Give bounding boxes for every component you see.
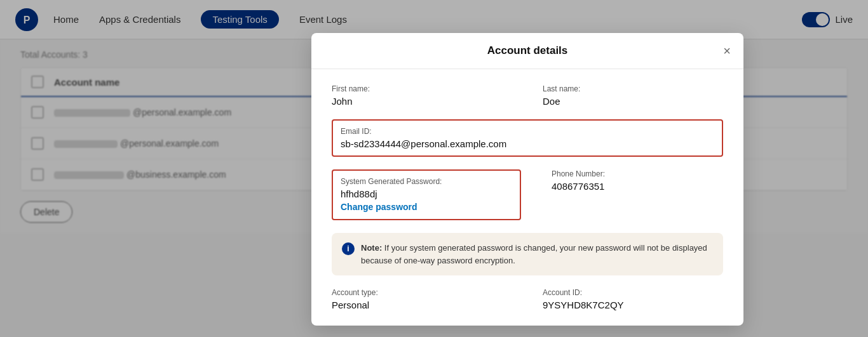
password-value: hfhd88dj [341, 188, 512, 199]
password-phone-row: System Generated Password: hfhd88dj Chan… [332, 169, 723, 220]
account-id-value: 9YSYHD8K7C2QY [543, 300, 723, 310]
password-label: System Generated Password: [341, 177, 512, 186]
last-name-value: Doe [543, 96, 723, 107]
account-id-group: Account ID: 9YSYHD8K7C2QY [543, 288, 723, 310]
note-box: i Note: If your system generated passwor… [332, 233, 723, 275]
first-name-group: First name: John [332, 84, 512, 107]
account-id-label: Account ID: [543, 288, 723, 297]
last-name-group: Last name: Doe [543, 84, 723, 107]
last-name-label: Last name: [543, 84, 723, 93]
email-id-box: Email ID: sb-sd2334444@personal.example.… [332, 119, 723, 157]
email-id-value: sb-sd2334444@personal.example.com [341, 138, 714, 149]
modal-header: Account details × [311, 33, 743, 69]
first-name-label: First name: [332, 84, 512, 93]
name-row: First name: John Last name: Doe [332, 84, 723, 107]
account-type-value: Personal [332, 300, 512, 310]
info-icon: i [342, 242, 355, 255]
first-name-value: John [332, 96, 512, 107]
email-row: Email ID: sb-sd2334444@personal.example.… [332, 119, 723, 157]
password-box: System Generated Password: hfhd88dj Chan… [332, 169, 521, 220]
account-type-group: Account type: Personal [332, 288, 512, 310]
modal-close-button[interactable]: × [723, 44, 731, 57]
note-body: If your system generated password is cha… [361, 243, 707, 265]
change-password-link[interactable]: Change password [341, 202, 417, 212]
note-text: Note: If your system generated password … [361, 242, 713, 267]
modal-title: Account details [487, 44, 568, 57]
phone-label: Phone Number: [552, 169, 723, 178]
phone-group: Phone Number: 4086776351 [552, 169, 723, 220]
account-type-row: Account type: Personal Account ID: 9YSYH… [332, 288, 723, 310]
account-type-label: Account type: [332, 288, 512, 297]
note-bold: Note: [361, 243, 382, 253]
email-id-label: Email ID: [341, 127, 714, 136]
modal-body: First name: John Last name: Doe Email ID… [311, 69, 743, 326]
account-details-modal: Account details × First name: John Last … [311, 33, 743, 326]
phone-value: 4086776351 [552, 181, 723, 192]
